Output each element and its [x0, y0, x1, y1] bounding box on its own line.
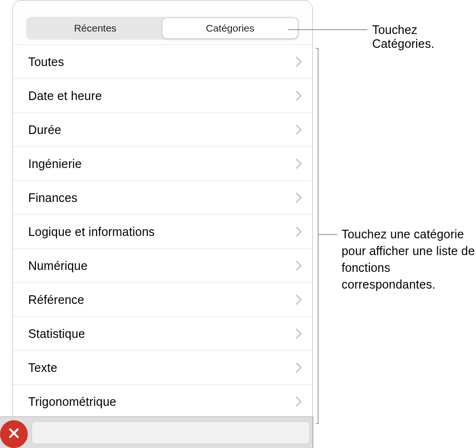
chevron-right-icon [292, 157, 306, 170]
list-item[interactable]: Numérique [13, 248, 312, 282]
category-label: Logique et informations [28, 225, 155, 239]
list-item[interactable]: Date et heure [13, 78, 312, 112]
chevron-right-icon [292, 395, 306, 408]
formula-input[interactable] [32, 421, 310, 444]
chevron-right-icon [292, 225, 306, 238]
list-item[interactable]: Trigonométrique [13, 384, 312, 418]
tabs-segmented-control: Récentes Catégories [26, 17, 299, 40]
list-item[interactable]: Durée [13, 112, 312, 146]
list-item[interactable]: Finances [13, 180, 312, 214]
list-item[interactable]: Logique et informations [13, 214, 312, 248]
chevron-right-icon [292, 259, 306, 272]
category-label: Texte [28, 361, 57, 375]
list-item[interactable]: Statistique [13, 316, 312, 350]
tab-categories[interactable]: Catégories [163, 18, 298, 38]
tab-categories-label: Catégories [206, 22, 255, 34]
category-label: Durée [28, 123, 61, 137]
tab-recent-label: Récentes [74, 22, 117, 34]
chevron-right-icon [292, 293, 306, 306]
categories-list: Toutes Date et heure Durée Ingénierie Fi… [13, 45, 312, 418]
close-button[interactable] [0, 420, 28, 448]
callout-mid: Touchez une catégorie pour afficher une … [342, 226, 476, 293]
list-item[interactable]: Texte [13, 350, 312, 384]
category-label: Référence [28, 293, 84, 307]
tab-recent[interactable]: Récentes [28, 18, 163, 38]
functions-popover: Récentes Catégories Toutes Date et heure… [12, 0, 313, 426]
list-item[interactable]: Ingénierie [13, 146, 312, 180]
category-label: Trigonométrique [28, 395, 116, 409]
chevron-right-icon [292, 123, 306, 136]
right-border [312, 416, 313, 448]
chevron-right-icon [292, 361, 306, 374]
chevron-right-icon [292, 55, 306, 68]
chevron-right-icon [292, 191, 306, 204]
category-label: Ingénierie [28, 157, 82, 171]
chevron-right-icon [292, 327, 306, 340]
category-label: Statistique [28, 327, 85, 341]
list-item[interactable]: Référence [13, 282, 312, 316]
category-label: Date et heure [28, 89, 102, 103]
category-label: Numérique [28, 259, 88, 273]
close-icon [8, 427, 20, 441]
category-label: Finances [28, 191, 77, 205]
chevron-right-icon [292, 89, 306, 102]
callout-top: Touchez Catégories. [372, 23, 476, 51]
category-label: Toutes [28, 55, 64, 69]
list-item[interactable]: Toutes [13, 45, 312, 78]
